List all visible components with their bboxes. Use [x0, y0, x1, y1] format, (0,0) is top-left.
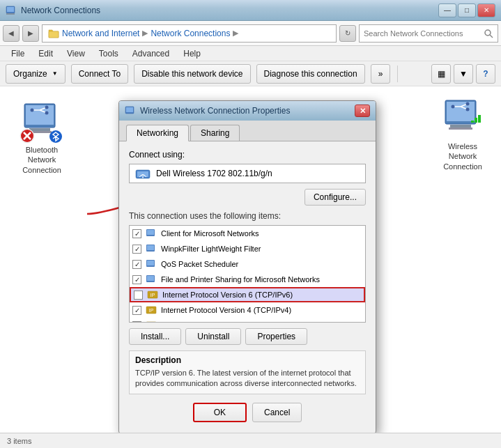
list-item-6[interactable]: LL Link-Layer Topology Discovery Mapper …	[130, 318, 365, 323]
connect-to-button[interactable]: Connect To	[71, 64, 129, 84]
search-input[interactable]	[364, 29, 481, 38]
item-icon-6: LL	[146, 320, 157, 323]
path-separator-2: ▶	[233, 29, 238, 38]
view-down-button[interactable]: ▼	[454, 64, 473, 84]
wireless-icon-label: Wireless Network Connection	[435, 141, 491, 171]
item-label-3: File and Printer Sharing for Microsoft N…	[161, 275, 320, 284]
help-button[interactable]: ?	[476, 64, 495, 84]
search-box	[359, 24, 498, 43]
svg-point-15	[45, 111, 49, 115]
menu-file[interactable]: File	[6, 47, 30, 60]
svg-rect-43	[471, 121, 474, 123]
status-bar: 3 items	[0, 433, 501, 448]
install-button[interactable]: Install...	[129, 328, 181, 345]
svg-point-13	[31, 109, 34, 112]
wireless-icon-img	[442, 97, 484, 139]
disable-label: Disable this network device	[141, 69, 242, 79]
checkbox-0[interactable]	[132, 229, 141, 238]
ok-button[interactable]: OK	[193, 403, 247, 422]
organize-label: Organize	[13, 69, 47, 79]
svg-rect-54	[147, 245, 154, 250]
item-label-6: Link-Layer Topology Discovery Mapper I/O…	[161, 321, 328, 323]
properties-button[interactable]: Properties	[245, 328, 307, 345]
back-button[interactable]: ◀	[3, 25, 20, 42]
item-icon-0	[146, 228, 157, 239]
ok-cancel-row: OK Cancel	[129, 403, 366, 425]
view-options-button[interactable]: ▦	[431, 64, 451, 84]
item-label-1: WinpkFilter LightWeight Filter	[161, 245, 261, 253]
tab-networking[interactable]: Networking	[126, 125, 189, 141]
list-item-5[interactable]: IP Internet Protocol Version 4 (TCP/IPv4…	[130, 302, 365, 318]
svg-rect-52	[147, 230, 154, 235]
description-text: TCP/IP version 6. The latest version of …	[135, 368, 360, 389]
menu-advanced[interactable]: Advanced	[127, 47, 175, 60]
svg-rect-2	[6, 13, 15, 15]
properties-dialog: Wireless Network Connection Properties ✕…	[118, 100, 376, 433]
minimize-button[interactable]: —	[438, 3, 456, 17]
connect-to-label: Connect To	[79, 69, 121, 79]
maximize-button[interactable]: □	[458, 3, 476, 17]
title-bar-left: Network Connections	[6, 5, 100, 16]
dialog-close-button[interactable]: ✕	[355, 105, 370, 117]
toolbar: Organize ▼ Connect To Disable this netwo…	[0, 61, 501, 86]
bluetooth-network-icon[interactable]: Bluetooth Network Connection	[14, 100, 70, 175]
disable-button[interactable]: Disable this network device	[134, 64, 250, 84]
svg-rect-7	[26, 105, 54, 125]
list-item-2[interactable]: QoS Packet Scheduler	[130, 256, 365, 272]
list-item-1[interactable]: WinpkFilter LightWeight Filter	[130, 241, 365, 256]
svg-text:IP: IP	[151, 293, 155, 298]
checkbox-3[interactable]	[132, 275, 141, 284]
menu-bar: File Edit View Tools Advanced Help	[0, 46, 501, 61]
svg-point-4	[485, 30, 491, 36]
svg-rect-1	[7, 7, 14, 12]
list-item-0[interactable]: Client for Microsoft Networks	[130, 226, 365, 241]
checkbox-5[interactable]	[132, 306, 141, 315]
configure-button[interactable]: Configure...	[305, 189, 366, 206]
checkbox-2[interactable]	[132, 260, 141, 269]
item-label-5: Internet Protocol Version 4 (TCP/IPv4)	[161, 306, 291, 314]
item-icon-1	[146, 243, 157, 254]
svg-rect-3	[49, 31, 59, 38]
description-section: Description TCP/IP version 6. The latest…	[129, 350, 366, 394]
uninstall-button[interactable]: Uninstall	[185, 328, 241, 345]
main-window: Network Connections — □ ✕ ◀ ▶ Network an…	[0, 0, 501, 448]
forward-button[interactable]: ▶	[22, 25, 39, 42]
cancel-button[interactable]: Cancel	[252, 403, 302, 422]
item-icon-2	[146, 258, 157, 270]
path-separator-1: ▶	[142, 29, 148, 38]
refresh-button[interactable]: ↻	[339, 25, 356, 42]
menu-help[interactable]: Help	[178, 47, 206, 60]
right-panel: Wireless Network Connection	[424, 86, 501, 433]
items-list: Client for Microsoft Networks WinpkFilte…	[129, 225, 366, 323]
checkbox-1[interactable]	[132, 245, 141, 254]
dialog-title: Wireless Network Connection Properties	[125, 105, 290, 116]
svg-rect-44	[475, 118, 477, 123]
tab-sharing[interactable]: Sharing	[190, 125, 240, 141]
wireless-network-icon[interactable]: Wireless Network Connection	[435, 97, 491, 171]
item-icon-3	[146, 274, 157, 285]
address-bar: ◀ ▶ Network and Internet ▶ Network Conne…	[0, 21, 501, 46]
title-bar-controls: — □ ✕	[438, 3, 495, 17]
checkbox-6[interactable]	[132, 321, 141, 323]
diagnose-label: Diagnose this connection	[264, 69, 357, 79]
checkbox-4[interactable]	[134, 291, 143, 300]
more-button[interactable]: »	[371, 64, 391, 84]
adapter-name: Dell Wireless 1702 802.11b/g/n	[156, 169, 272, 178]
bluetooth-logo-icon	[49, 130, 63, 144]
window-title: Network Connections	[21, 6, 100, 15]
dialog-title-icon	[125, 105, 136, 116]
close-button[interactable]: ✕	[477, 3, 495, 17]
menu-edit[interactable]: Edit	[33, 47, 59, 60]
search-icon	[484, 29, 493, 38]
path-network-connections[interactable]: Network Connections	[151, 29, 230, 38]
diagnose-button[interactable]: Diagnose this connection	[256, 64, 365, 84]
description-title: Description	[135, 355, 360, 365]
list-item-4[interactable]: IP Internet Protocol Version 6 (TCP/IPv6…	[130, 287, 365, 302]
path-network-internet[interactable]: Network and Internet	[62, 29, 139, 38]
menu-view[interactable]: View	[61, 47, 91, 60]
organize-button[interactable]: Organize ▼	[6, 64, 65, 84]
list-item-3[interactable]: File and Printer Sharing for Microsoft N…	[130, 272, 365, 287]
toolbar-separator	[397, 65, 398, 82]
bottom-buttons: Install... Uninstall Properties	[129, 328, 366, 345]
menu-tools[interactable]: Tools	[93, 47, 124, 60]
